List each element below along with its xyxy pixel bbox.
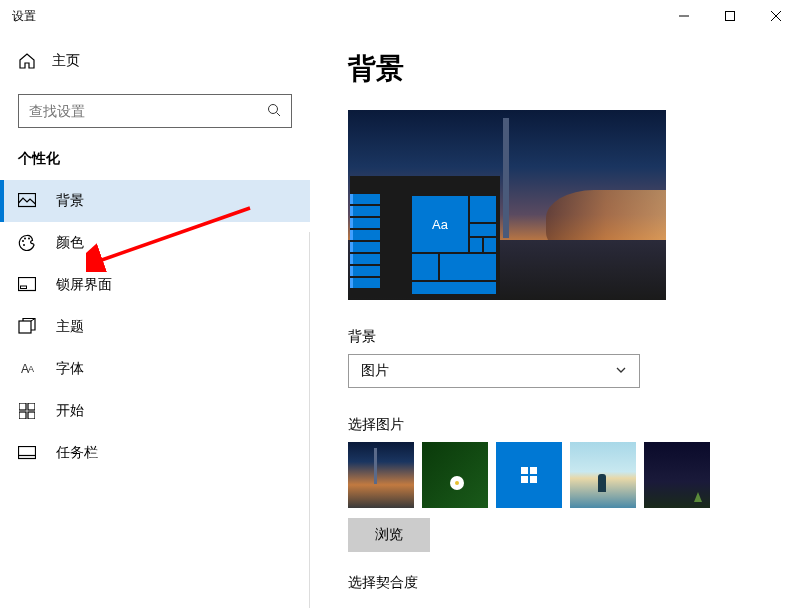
sidebar-item-label: 主题	[56, 318, 84, 336]
start-icon	[18, 402, 36, 420]
search-input[interactable]	[18, 94, 292, 128]
content-area: 背景 Aa 背景 图片 选择图片	[310, 32, 799, 608]
sidebar-item-label: 锁屏界面	[56, 276, 112, 294]
palette-icon	[18, 234, 36, 252]
sidebar-item-label: 任务栏	[56, 444, 98, 462]
thumbnail-4[interactable]	[570, 442, 636, 508]
home-link[interactable]: 主页	[0, 42, 310, 80]
svg-point-7	[22, 240, 24, 242]
svg-rect-14	[19, 403, 26, 410]
sidebar-item-taskbar[interactable]: 任务栏	[0, 432, 310, 474]
window-controls	[661, 0, 799, 32]
svg-point-9	[28, 238, 30, 240]
svg-rect-15	[28, 403, 35, 410]
sidebar-item-themes[interactable]: 主题	[0, 306, 310, 348]
home-label: 主页	[52, 52, 80, 70]
choose-picture-label: 选择图片	[348, 416, 761, 434]
sidebar-item-label: 开始	[56, 402, 84, 420]
section-title: 个性化	[0, 128, 310, 180]
svg-rect-16	[19, 412, 26, 419]
theme-icon	[18, 318, 36, 336]
sidebar: 主页 个性化 背景 颜色 锁屏界面	[0, 32, 310, 608]
taskbar-icon	[18, 444, 36, 462]
home-icon	[18, 52, 36, 70]
maximize-button[interactable]	[707, 0, 753, 32]
close-button[interactable]	[753, 0, 799, 32]
search-icon	[267, 103, 281, 120]
sidebar-item-label: 背景	[56, 192, 84, 210]
browse-button[interactable]: 浏览	[348, 518, 430, 552]
svg-line-5	[277, 112, 281, 116]
thumbnail-5[interactable]	[644, 442, 710, 508]
preview-start-menu: Aa	[350, 176, 500, 298]
svg-rect-13	[19, 321, 31, 333]
window-title: 设置	[12, 8, 36, 25]
thumbnail-3[interactable]	[496, 442, 562, 508]
sidebar-item-lockscreen[interactable]: 锁屏界面	[0, 264, 310, 306]
preview-sample-tile: Aa	[412, 196, 468, 252]
svg-point-4	[269, 104, 278, 113]
svg-rect-18	[19, 447, 36, 459]
picture-thumbnails	[348, 442, 761, 508]
search-field[interactable]	[29, 103, 231, 119]
font-icon: AA	[18, 360, 36, 378]
svg-rect-1	[726, 12, 735, 21]
svg-point-10	[23, 244, 25, 246]
page-title: 背景	[348, 50, 761, 88]
background-dropdown[interactable]: 图片	[348, 354, 640, 388]
titlebar: 设置	[0, 0, 799, 32]
chevron-down-icon	[615, 364, 627, 379]
thumbnail-1[interactable]	[348, 442, 414, 508]
svg-rect-17	[28, 412, 35, 419]
divider	[309, 232, 310, 608]
sidebar-item-start[interactable]: 开始	[0, 390, 310, 432]
thumbnail-2[interactable]	[422, 442, 488, 508]
sidebar-item-label: 颜色	[56, 234, 84, 252]
fit-label: 选择契合度	[348, 574, 761, 592]
sidebar-item-colors[interactable]: 颜色	[0, 222, 310, 264]
background-label: 背景	[348, 328, 761, 346]
svg-point-8	[24, 238, 26, 240]
svg-rect-12	[21, 286, 27, 289]
picture-icon	[18, 192, 36, 210]
sidebar-item-fonts[interactable]: AA 字体	[0, 348, 310, 390]
desktop-preview: Aa	[348, 110, 666, 300]
dropdown-value: 图片	[361, 362, 389, 380]
sidebar-item-label: 字体	[56, 360, 84, 378]
minimize-button[interactable]	[661, 0, 707, 32]
lockscreen-icon	[18, 276, 36, 294]
sidebar-item-background[interactable]: 背景	[0, 180, 310, 222]
